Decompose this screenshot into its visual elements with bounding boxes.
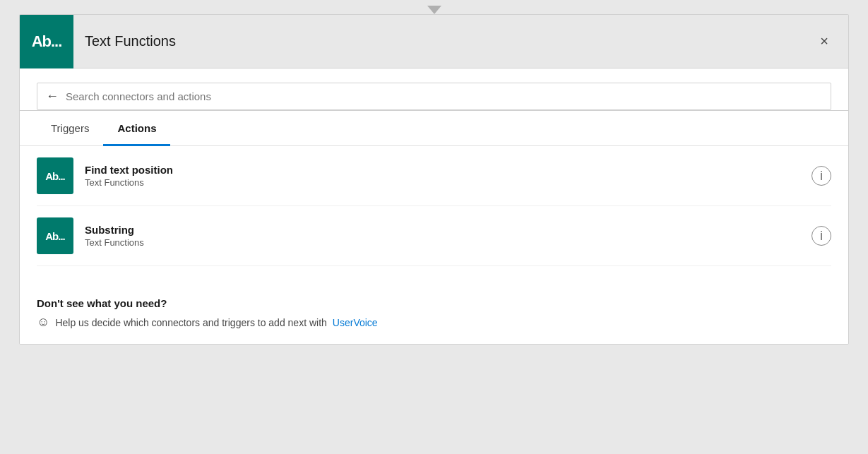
search-area: ← (20, 68, 848, 111)
footer-heading: Don't see what you need? (37, 297, 831, 309)
search-box: ← (37, 83, 831, 110)
connector-arrow (427, 6, 441, 14)
footer-body: ☺ Help us decide which connectors and tr… (37, 315, 831, 330)
search-input[interactable] (66, 90, 822, 102)
tab-triggers[interactable]: Triggers (37, 111, 103, 146)
header-icon-text: Ab... (32, 32, 62, 51)
action-icon-find-text: Ab... (37, 157, 73, 194)
action-subtitle-find-text: Text Functions (85, 177, 811, 188)
close-button[interactable]: × (811, 29, 837, 54)
main-panel: Ab... Text Functions × ← Triggers Action… (19, 14, 849, 345)
action-subtitle-substring: Text Functions (85, 237, 811, 248)
actions-list: Ab... Find text position Text Functions … (20, 146, 848, 283)
info-symbol-2: i (820, 229, 823, 244)
panel-title: Text Functions (85, 33, 811, 49)
action-item-find-text-position[interactable]: Ab... Find text position Text Functions … (37, 146, 831, 206)
footer-area: Don't see what you need? ☺ Help us decid… (20, 283, 848, 344)
close-icon: × (820, 33, 828, 49)
back-arrow-icon[interactable]: ← (46, 89, 59, 104)
action-title-find-text: Find text position (85, 164, 811, 176)
panel-wrapper: Ab... Text Functions × ← Triggers Action… (0, 0, 868, 454)
action-text-find-text: Find text position Text Functions (85, 164, 811, 188)
info-icon-find-text[interactable]: i (811, 166, 831, 186)
info-icon-substring[interactable]: i (811, 226, 831, 246)
info-symbol: i (820, 169, 823, 184)
footer-body-text: Help us decide which connectors and trig… (55, 317, 326, 328)
smiley-icon: ☺ (37, 315, 49, 330)
action-title-substring: Substring (85, 224, 811, 236)
action-item-substring[interactable]: Ab... Substring Text Functions i (37, 206, 831, 266)
action-icon-substring: Ab... (37, 217, 73, 254)
action-text-substring: Substring Text Functions (85, 224, 811, 248)
tabs-bar: Triggers Actions (20, 111, 848, 146)
header-icon: Ab... (20, 15, 73, 68)
panel-header: Ab... Text Functions × (20, 15, 848, 68)
tab-actions[interactable]: Actions (103, 111, 170, 146)
uservoice-link[interactable]: UserVoice (333, 317, 378, 328)
